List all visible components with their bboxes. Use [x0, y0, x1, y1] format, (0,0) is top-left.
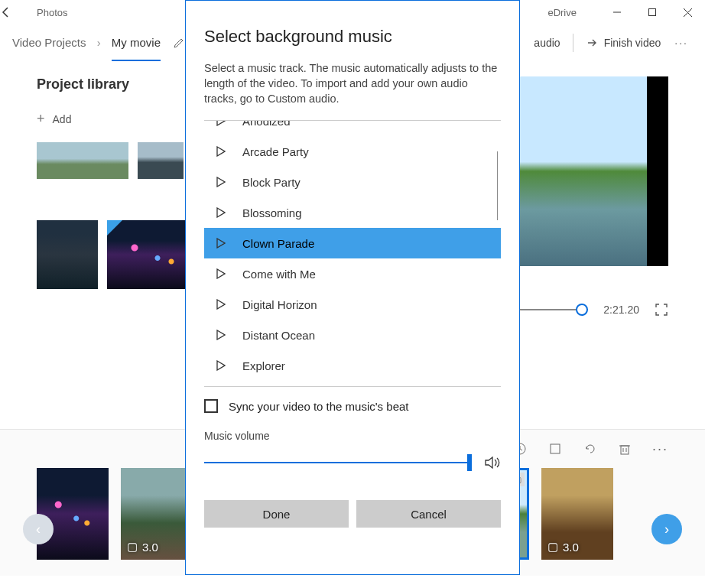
volume-slider[interactable] [204, 462, 472, 463]
track-item[interactable]: Blossoming [204, 197, 501, 228]
play-icon[interactable] [216, 120, 227, 126]
track-name: Arcade Party [242, 145, 309, 158]
play-icon[interactable] [216, 207, 227, 218]
track-name: Block Party [242, 176, 301, 189]
play-icon[interactable] [216, 299, 227, 310]
track-name: Come with Me [242, 268, 316, 281]
track-item[interactable]: Clown Parade [204, 228, 501, 258]
speaker-icon [484, 456, 501, 469]
track-item[interactable]: Explorer [204, 350, 501, 381]
modal-title: Select background music [204, 27, 501, 47]
background-music-modal: Select background music Select a music t… [185, 0, 520, 575]
sync-checkbox-row[interactable]: Sync your video to the music's beat [204, 386, 501, 425]
track-item[interactable]: Come with Me [204, 258, 501, 289]
track-item[interactable]: Block Party [204, 167, 501, 197]
volume-label: Music volume [204, 430, 501, 442]
play-icon[interactable] [216, 330, 227, 340]
track-name: Clown Parade [242, 237, 314, 250]
track-item[interactable]: Distant Ocean [204, 320, 501, 350]
sync-label: Sync your video to the music's beat [229, 400, 408, 413]
track-item[interactable]: Digital Horizon [204, 289, 501, 320]
track-name: Distant Ocean [242, 329, 315, 342]
track-name: Digital Horizon [242, 298, 317, 311]
track-name: Blossoming [242, 206, 302, 219]
track-list[interactable]: AnodizedArcade PartyBlock PartyBlossomin… [204, 120, 501, 386]
play-icon[interactable] [216, 360, 227, 371]
track-name: Explorer [242, 359, 285, 372]
modal-overlay: Select background music Select a music t… [0, 0, 705, 588]
modal-description: Select a music track. The music automati… [204, 60, 501, 106]
track-name: Anodized [242, 120, 291, 128]
play-icon[interactable] [216, 177, 227, 187]
play-icon[interactable] [216, 238, 227, 249]
play-icon[interactable] [216, 268, 227, 279]
track-item[interactable]: Anodized [204, 120, 501, 136]
track-item[interactable]: Arcade Party [204, 136, 501, 167]
checkbox-icon[interactable] [204, 399, 218, 413]
cancel-button[interactable]: Cancel [356, 500, 501, 528]
done-button[interactable]: Done [204, 500, 349, 528]
play-icon[interactable] [216, 146, 227, 157]
